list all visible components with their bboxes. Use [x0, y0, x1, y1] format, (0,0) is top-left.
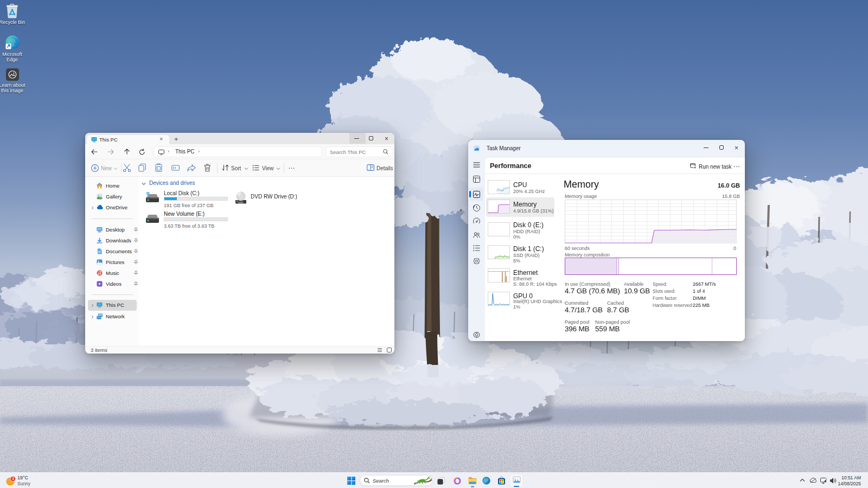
svg-text:3: 3 [12, 477, 14, 480]
svg-text:DVD: DVD [239, 201, 244, 204]
